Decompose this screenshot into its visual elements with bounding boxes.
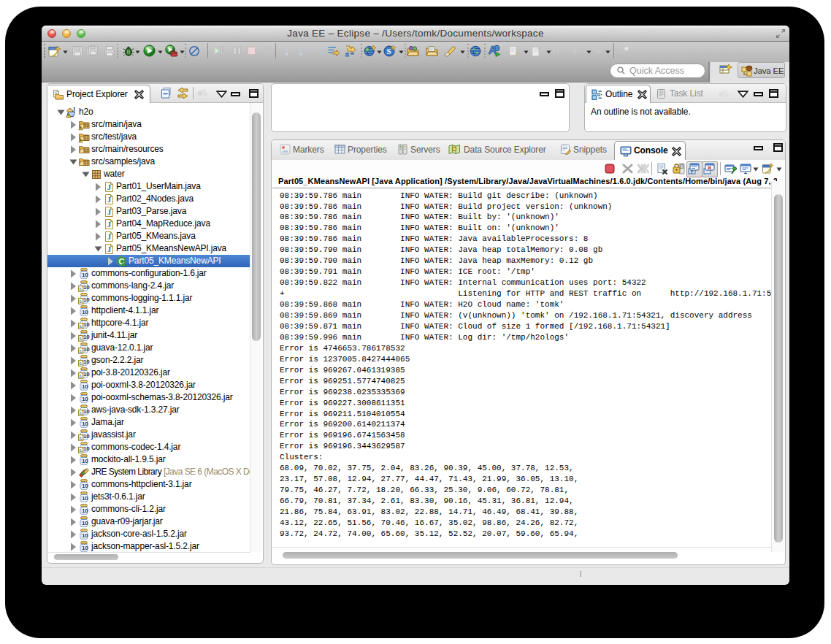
svg-text:J: J [107,233,111,241]
svg-text:10: 10 [82,308,88,315]
svg-text:10: 10 [83,408,90,415]
svg-text:10: 10 [83,334,90,340]
svg-text:J: J [107,245,111,253]
svg-text:10: 10 [82,383,88,389]
svg-text:10: 10 [83,433,90,440]
svg-text:J: J [107,208,111,216]
svg-text:10: 10 [83,346,90,353]
svg-text:10: 10 [83,359,90,365]
svg-text:J: J [72,107,76,113]
svg-text:10: 10 [83,284,90,291]
svg-text:J: J [107,196,111,204]
svg-text:10: 10 [82,420,88,426]
svg-text:10: 10 [82,507,88,513]
svg-text:10: 10 [83,321,90,328]
svg-text:10: 10 [82,271,88,277]
svg-text:J: J [107,221,111,229]
svg-text:10: 10 [82,519,88,526]
svg-text:S: S [387,47,391,55]
svg-text:10: 10 [82,457,88,464]
svg-text:10: 10 [82,395,88,402]
svg-text:10: 10 [82,482,88,488]
svg-text:J: J [107,183,111,191]
svg-text:10: 10 [83,296,90,303]
svg-text:10: 10 [83,445,90,452]
svg-text:10: 10 [82,532,88,538]
svg-text:10: 10 [82,494,88,501]
svg-text:10: 10 [83,371,90,377]
svg-text:10: 10 [82,544,88,551]
